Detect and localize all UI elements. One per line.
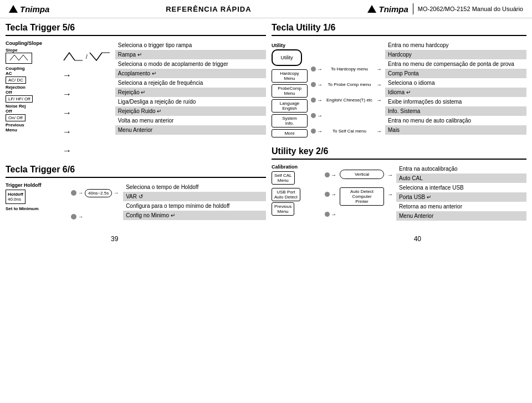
utility-label: Utility [272,43,308,48]
utility16-title: Tecla Utility 1/6 [272,23,526,33]
u16-desc-row-8: Info. Sistema [385,106,526,116]
util-arr-2: → [317,81,323,88]
desc-row-4: Acoplamento ↵ [115,69,266,78]
vertical-btn[interactable]: Vertical [340,170,384,179]
utility26-arrows: → → → [325,164,336,221]
desc-cell-1: Seleciona o trigger tipo rampa [115,40,266,50]
u26-desc-cell-6: Menu Anterior [396,211,526,221]
util-arr-5: → [317,128,323,134]
prevmenu-btn[interactable]: PreviousMenu [272,202,294,216]
page-numbers: 39 40 [0,231,532,247]
desc-cell-3: Seleciona o modo de acoplamento de trigg… [115,59,266,69]
u26-desc-row-1: Entra na autocalibração [396,164,526,174]
t66-desc-cell-4: Config no Minimo ↵ [123,211,266,220]
trigger66-title: Tecla Trigger 6/6 [6,165,266,175]
u26-flow-2: → [325,191,336,197]
coupling-btn-col: Coupling/Slope Slope [6,40,58,156]
u16-desc-cell-4: Comp Ponta [385,69,526,78]
lf-hf-btn[interactable]: LF/ HF/ Off [6,95,33,103]
utility26-desc-col: Entra na autocalibração Auto CAL Selecio… [396,164,526,221]
desc-row-10: Menu Anterior [115,125,266,135]
coupling-sub-group: Coupling AC AC/ DC [6,66,26,84]
u16-desc-row-2: Hardcopy [385,50,526,59]
t66-desc-cell-2: VAR ↺ [123,192,266,201]
arrow-3: → [78,214,83,220]
coupling-desc-table: Seleciona o trigger tipo rampa Rampa ↵ S… [115,40,266,135]
slope-box [6,53,32,64]
prev-menu-row: Previous Menu [6,123,58,132]
utility-main-btn[interactable]: Utility [272,49,302,66]
circle2 [71,214,76,220]
mid-2: To Probe Comp menu [326,82,373,87]
u16-desc-cell-5: Seleciona o idioma [385,78,526,88]
util-circle-1 [311,67,316,72]
u26-circle-3 [325,212,330,217]
trigger66-diagram: Trigger Holdoff Holdoff 40.0ns Set to Mi… [6,182,266,220]
u16-desc-cell-2: Hardcopy [385,50,526,59]
u26-desc-row-4: Porta USB ↵ [396,192,526,202]
trigger56-title: Tecla Trigger 5/6 [6,23,266,33]
mid-4 [326,113,373,118]
hardcopy-menu-btn[interactable]: HardcopyMenu [272,69,308,83]
trigger66-section: Tecla Trigger 6/6 Trigger Holdoff Holdof… [6,165,266,220]
coupling-diagram: Coupling/Slope Slope [6,40,266,156]
desc-row-3: Seleciona o modo de acoplamento de trigg… [115,59,266,69]
setmin-flow: → [71,214,119,220]
t66-desc-row-2: VAR ↺ [123,192,266,201]
prev-label: Previous [6,123,58,127]
util-arr2-3: → [376,97,382,103]
u26-desc-cell-5: Retorna ao menu anterior [396,202,526,211]
desc-row-9: Volta ao menu anterior [115,116,266,125]
coupling-arrow-col: / → → → → → [63,40,111,156]
utility16-arrows: → → → → → [311,40,323,137]
t66-desc-row-4: Config no Minimo ↵ [123,211,266,220]
page-number-left: 39 [111,235,118,243]
u16-desc-row-7: Exibe informações do sistema [385,97,526,106]
t66-desc-row-1: Seleciona o tempo de Holdoff [123,182,266,192]
utility-main-col: Utility Utility HardcopyMenu ProbeCompMe… [272,40,308,137]
desc-cell-8: Rejeição Ruido ↵ [115,106,266,116]
trigger56-section: Tecla Trigger 5/6 Coupling/Slope Slope [6,23,266,156]
autodetect-box: Auto DetectComputerPrinter [340,187,384,206]
u26-flow-1: → [325,172,336,178]
u16-desc-cell-1: Entra no menu hardcopy [385,40,526,50]
header-right: Tnimpa MO-2062/MO-2152 Manual do Usuário [367,3,523,14]
system-info-btn[interactable]: SystemInfo. [272,114,308,127]
probecomp-menu-btn[interactable]: ProbeCompMenu [272,84,308,98]
utility16-mid-col: To Hardcopy menu To Probe Comp menu Engl… [326,40,373,137]
u26-arr-2: → [331,191,336,197]
onoff-btn[interactable]: On/ Off [6,114,25,121]
arrow-1: → [78,190,83,196]
util-circle-3 [311,98,316,103]
acdc-btn[interactable]: AC/ DC [6,76,26,84]
u16-desc-row-3: Entra no menu de compensação de ponta de… [385,59,526,69]
holdoff-group: Holdoff 40.0ns [6,190,25,204]
mid-3: English/ Chinese(T) etc [326,98,373,103]
utility26-divider [272,159,526,160]
t66-desc-row-3: Configura para o tempo mínimo de holdoff [123,201,266,211]
u26-desc-cell-3: Seleciona a interface USB [396,183,526,192]
u26-empty [340,215,384,220]
u26-desc-cell-1: Entra na autocalibração [396,164,526,174]
util-arr2-4 [376,113,382,119]
desc-row-2: Rampa ↵ [115,50,266,59]
holdoff-label: Holdoff [8,192,23,197]
util-arrow-2: → [311,81,323,88]
language-english-btn[interactable]: LanguageEnglish [272,99,308,113]
util-arrow-3: → [311,97,323,103]
usbport-btn[interactable]: USB PortAuto Detect [272,188,300,201]
slope-diagram: / [63,52,111,62]
header-model: MO-2062/MO-2152 Manual do Usuário [418,6,523,12]
trigger66-divider [6,177,266,178]
u26-desc-row-5: Retorna ao menu anterior [396,202,526,211]
u26-desc-row-3: Seleciona a interface USB [396,183,526,192]
arrow-right-2: → [63,89,111,99]
selfcal-btn[interactable]: Self CALMenu [272,171,295,185]
more-btn[interactable]: More [272,129,308,137]
var-btn[interactable]: 40ns~2.5s [85,189,112,197]
header-center-text: REFERÊNCIA RÁPIDA [166,5,251,13]
left-panel: Tecla Trigger 5/6 Coupling/Slope Slope [6,23,266,221]
coupling-desc-col: Seleciona o trigger tipo rampa Rampa ↵ S… [115,40,266,156]
coupling-slope-label: Coupling/Slope [6,40,58,46]
slope-row: Slope [6,48,58,64]
